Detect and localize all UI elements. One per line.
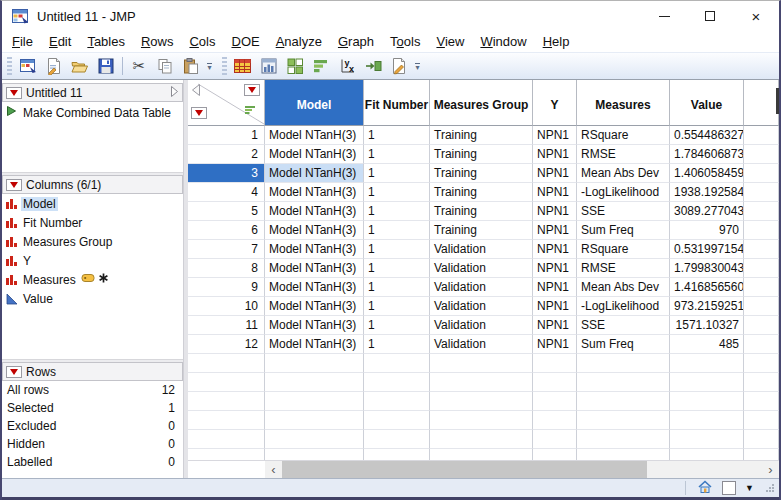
row-number-cell[interactable] [188,411,265,430]
grid-corner-cell[interactable] [188,80,265,126]
column-item-measures[interactable]: Measures [2,270,183,289]
data-cell[interactable]: Sum Freq [577,221,670,240]
formula-icon[interactable] [361,55,385,77]
data-cell[interactable]: Training [430,202,533,221]
data-cell[interactable]: 1 [364,221,430,240]
distribution-icon[interactable] [257,55,281,77]
data-cell[interactable]: Model NTanH(3) [265,335,364,354]
data-cell[interactable]: RSquare [577,240,670,259]
data-cell[interactable]: RSquare [577,126,670,145]
column-header-measures-group[interactable]: Measures Group [430,80,533,126]
h-scrollbar-track[interactable]: ‹ › [265,461,779,478]
data-cell[interactable]: RMSE [577,145,670,164]
row-number-cell[interactable]: 5 [188,202,265,221]
data-cell[interactable]: Model NTanH(3) [265,316,364,335]
row-number-cell[interactable]: 9 [188,278,265,297]
data-cell[interactable]: Model NTanH(3) [265,297,364,316]
menu-edit[interactable]: Edit [41,32,79,51]
data-cell[interactable]: 1 [364,145,430,164]
data-cell[interactable]: NPN1 [533,183,577,202]
graph-builder-icon[interactable] [309,55,333,77]
data-cell[interactable] [577,373,670,392]
row-number-cell[interactable]: 2 [188,145,265,164]
status-checkbox[interactable] [722,481,736,495]
data-cell[interactable] [430,373,533,392]
data-cell[interactable]: 1.4060584594 [670,164,744,183]
data-cell[interactable]: 485 [670,335,744,354]
rows-stat-hidden[interactable]: Hidden0 [2,435,183,453]
data-cell[interactable]: 1 [364,297,430,316]
minimize-button[interactable] [641,1,687,31]
menu-view[interactable]: View [428,32,472,51]
toolbar-overflow-icon[interactable]: ▾ [204,56,215,76]
rows-stat-all-rows[interactable]: All rows12 [2,381,183,399]
data-cell[interactable]: Model NTanH(3) [265,259,364,278]
data-cell[interactable] [670,411,744,430]
toolbar-grip[interactable] [7,57,12,75]
script-item-make-combined-data-table[interactable]: Make Combined Data Table [2,102,183,120]
data-cell[interactable]: RMSE [577,259,670,278]
rows-stat-labelled[interactable]: Labelled0 [2,453,183,471]
data-cell[interactable]: 1 [364,316,430,335]
data-cell[interactable]: Mean Abs Dev [577,164,670,183]
copy-icon[interactable] [153,55,177,77]
h-scrollbar-thumb[interactable] [282,461,647,478]
data-cell[interactable] [533,392,577,411]
data-cell[interactable]: Model NTanH(3) [265,278,364,297]
data-cell[interactable] [364,411,430,430]
open-icon[interactable] [68,55,92,77]
data-cell[interactable]: 0.5544863273 [670,126,744,145]
column-header-value[interactable]: Value [670,80,744,126]
data-cell[interactable]: NPN1 [533,335,577,354]
data-cell[interactable]: SSE [577,202,670,221]
resize-grip[interactable] [765,479,775,497]
data-cell[interactable]: NPN1 [533,259,577,278]
data-cell[interactable]: 1 [364,164,430,183]
data-cell[interactable]: 1 [364,202,430,221]
menu-tools[interactable]: Tools [382,32,428,51]
script-editor-icon[interactable] [387,55,411,77]
data-cell[interactable]: Model NTanH(3) [265,221,364,240]
new-journal-icon[interactable] [42,55,66,77]
row-number-cell[interactable]: 7 [188,240,265,259]
data-cell[interactable] [364,373,430,392]
data-cell[interactable]: NPN1 [533,126,577,145]
row-number-cell[interactable]: 4 [188,183,265,202]
data-cell[interactable]: Training [430,164,533,183]
data-cell[interactable]: 973.2159251 [670,297,744,316]
data-cell[interactable] [265,411,364,430]
data-cell[interactable] [265,354,364,373]
data-cell[interactable] [533,354,577,373]
data-cell[interactable]: Training [430,183,533,202]
data-cell[interactable]: Model NTanH(3) [265,202,364,221]
data-cell[interactable]: 1 [364,183,430,202]
column-header-y[interactable]: Y [533,80,577,126]
menu-graph[interactable]: Graph [330,32,382,51]
data-cell[interactable]: Mean Abs Dev [577,278,670,297]
save-icon[interactable] [94,55,118,77]
column-item-fit-number[interactable]: Fit Number [2,213,183,232]
data-cell[interactable]: Training [430,145,533,164]
data-cell[interactable]: Validation [430,259,533,278]
data-cell[interactable] [670,392,744,411]
data-cell[interactable]: Model NTanH(3) [265,126,364,145]
data-cell[interactable]: 1.7846068738 [670,145,744,164]
menu-window[interactable]: Window [472,32,534,51]
menu-tables[interactable]: Tables [79,32,133,51]
column-header-model[interactable]: Model [265,80,364,126]
data-cell[interactable] [430,411,533,430]
data-cell[interactable]: 1 [364,126,430,145]
scroll-right-icon[interactable]: › [762,461,779,478]
close-button[interactable]: × [733,1,779,31]
data-cell[interactable] [670,354,744,373]
data-cell[interactable] [577,430,670,449]
data-table-icon[interactable] [231,55,255,77]
data-cell[interactable] [533,430,577,449]
column-item-y[interactable]: Y [2,251,183,270]
menu-analyze[interactable]: Analyze [268,32,330,51]
collapse-panels-icon[interactable] [191,83,201,101]
data-cell[interactable]: 1938.1925849 [670,183,744,202]
data-cell[interactable]: 0.5319971546 [670,240,744,259]
data-cell[interactable]: 1.4168565606 [670,278,744,297]
scroll-left-icon[interactable]: ‹ [265,461,282,478]
